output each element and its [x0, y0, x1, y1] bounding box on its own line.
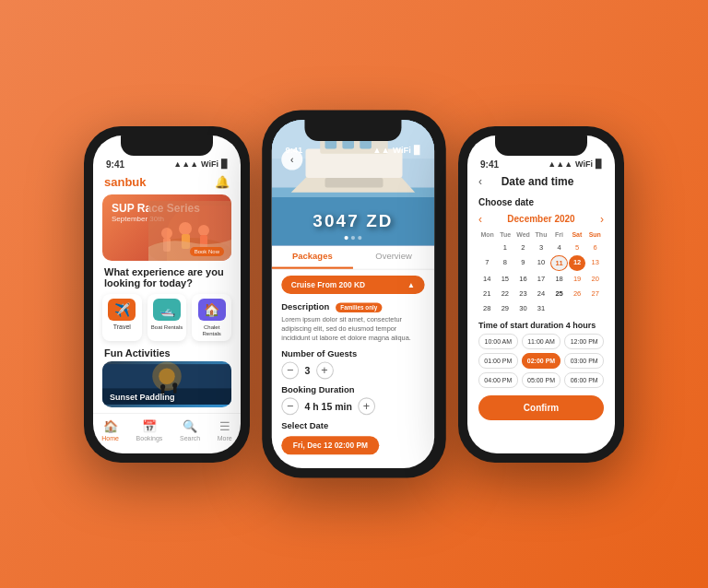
- duration-decrement[interactable]: −: [281, 397, 299, 415]
- category-travel[interactable]: ✈️ Travel: [102, 294, 142, 341]
- time-slot-0600pm[interactable]: 06:00 PM: [564, 372, 604, 388]
- cal-day-2[interactable]: 2: [514, 241, 532, 254]
- signal-icon: ▲▲▲: [173, 159, 198, 169]
- guests-increment[interactable]: +: [316, 362, 334, 380]
- datetime-content: Choose date ‹ December 2020 › Mon Tue We…: [467, 194, 615, 424]
- time-slot-1100am[interactable]: 11:00 AM: [522, 334, 561, 349]
- cal-day-31[interactable]: 31: [533, 301, 550, 315]
- cal-day-26[interactable]: 26: [569, 287, 586, 300]
- cal-day-23[interactable]: 23: [514, 287, 532, 300]
- cal-day-25[interactable]: 25: [550, 287, 568, 300]
- cal-day-22[interactable]: 22: [497, 287, 514, 300]
- cal-day-14[interactable]: 14: [478, 272, 496, 286]
- families-badge: Families only: [336, 302, 382, 312]
- description-label: Description Families only: [281, 301, 424, 312]
- category-boat[interactable]: 🛥️ Boat Rentals: [148, 294, 187, 341]
- guests-label: Number of Guests: [281, 349, 424, 359]
- package-chevron: ▲: [407, 280, 415, 288]
- nav-search[interactable]: 🔍 Search: [180, 419, 200, 441]
- cal-day-19[interactable]: 19: [569, 272, 586, 286]
- cal-day-28[interactable]: 28: [478, 301, 496, 315]
- time-slot-0300pm[interactable]: 03:00 PM: [564, 353, 604, 369]
- time-slot-0200pm[interactable]: 02:00 PM: [522, 353, 561, 369]
- cal-day-9[interactable]: 9: [514, 255, 532, 271]
- cal-day-30[interactable]: 30: [514, 301, 532, 315]
- home-icon: 🏠: [103, 419, 118, 433]
- time-slot-0500pm[interactable]: 05:00 PM: [522, 372, 561, 388]
- experience-section-title: What experience are you looking for toda…: [93, 261, 241, 291]
- cal-day-18[interactable]: 18: [550, 272, 568, 286]
- cal-day-15[interactable]: 15: [497, 272, 514, 286]
- cal-day-29[interactable]: 29: [497, 301, 514, 315]
- cal-empty-3: [569, 301, 586, 315]
- cal-day-3[interactable]: 3: [533, 241, 550, 254]
- category-chalet[interactable]: 🏠 Chalet Rentals: [192, 294, 231, 341]
- phone-2-status-icons: ▲▲ WiFi ▉: [372, 145, 420, 155]
- nav-search-label: Search: [180, 435, 200, 441]
- time-slot-1000am[interactable]: 10:00 AM: [478, 334, 518, 349]
- notification-icon[interactable]: 🔔: [215, 175, 230, 189]
- month-title: December 2020: [507, 214, 574, 224]
- phone-1-notch: [121, 135, 213, 156]
- svg-point-2: [161, 228, 172, 239]
- phone-1-status-icons: ▲▲▲ WiFi ▉: [173, 159, 228, 169]
- battery-icon: ▉: [221, 159, 228, 169]
- guests-decrement[interactable]: −: [281, 362, 299, 380]
- nav-bookings[interactable]: 📅 Bookings: [136, 419, 163, 441]
- nav-more[interactable]: ☰ More: [218, 419, 232, 441]
- cal-day-21[interactable]: 21: [478, 287, 496, 300]
- date-button[interactable]: Fri, Dec 12 02:00 PM: [281, 436, 379, 454]
- cal-day-4[interactable]: 4: [550, 241, 568, 254]
- category-boat-label: Boat Rentals: [151, 324, 183, 330]
- cal-day-20[interactable]: 20: [586, 272, 604, 286]
- package-bar[interactable]: Cruise From 200 KD ▲: [281, 276, 424, 294]
- banner-card[interactable]: SUP Race Series September 30th Book Now: [102, 194, 231, 261]
- nav-home[interactable]: 🏠 Home: [101, 419, 119, 441]
- tab-packages[interactable]: Packages: [272, 246, 353, 269]
- tab-overview[interactable]: Overview: [353, 246, 434, 269]
- battery-icon-p3: ▉: [596, 159, 602, 169]
- phone-3-notch: [495, 135, 587, 156]
- time-slot-1200pm[interactable]: 12:00 PM: [564, 334, 604, 349]
- cal-day-5[interactable]: 5: [569, 241, 586, 254]
- cal-day-13[interactable]: 13: [586, 255, 604, 271]
- description-text: Lorem ipsum dolor sit amet, consectetur …: [281, 315, 424, 344]
- guests-counter: − 3 +: [281, 362, 424, 380]
- cal-day-27[interactable]: 27: [586, 287, 604, 300]
- svg-point-6: [198, 225, 209, 236]
- time-section-label: Time of start duration 4 hours: [478, 321, 604, 330]
- prev-month-button[interactable]: ‹: [478, 213, 482, 226]
- cal-day-8[interactable]: 8: [497, 255, 514, 271]
- phone-2-notch: [304, 120, 401, 141]
- confirm-button[interactable]: Confirm: [478, 395, 604, 420]
- cal-day-11[interactable]: 11: [550, 255, 568, 271]
- phone-1-screen: 9:41 ▲▲▲ WiFi ▉ sanbuk 🔔 SUP Race Series…: [93, 135, 241, 453]
- category-chalet-label: Chalet Rentals: [203, 324, 221, 336]
- duration-increment[interactable]: +: [358, 397, 375, 415]
- book-now-btn[interactable]: Book Now: [190, 247, 224, 256]
- next-month-button[interactable]: ›: [600, 213, 604, 226]
- image-dots: [345, 236, 362, 240]
- cal-day-12[interactable]: 12: [569, 255, 586, 271]
- cal-day-17[interactable]: 17: [533, 272, 550, 286]
- phone-1: 9:41 ▲▲▲ WiFi ▉ sanbuk 🔔 SUP Race Series…: [84, 126, 250, 463]
- cal-day-24[interactable]: 24: [533, 287, 550, 300]
- cal-day-10[interactable]: 10: [533, 255, 550, 271]
- cal-day-6[interactable]: 6: [586, 241, 604, 254]
- calendar-header: Mon Tue Wed Thu Fri Sat Sun: [478, 231, 604, 238]
- cal-day-16[interactable]: 16: [514, 272, 532, 286]
- day-wed: Wed: [514, 231, 532, 238]
- time-slot-0400pm[interactable]: 04:00 PM: [478, 372, 518, 388]
- dot-3: [358, 236, 361, 240]
- phone-1-time: 9:41: [106, 159, 124, 170]
- package-label: Cruise From 200 KD: [291, 280, 365, 288]
- cal-day-1[interactable]: 1: [497, 241, 514, 254]
- cal-day-7[interactable]: 7: [478, 255, 496, 271]
- cal-empty-4: [586, 301, 604, 315]
- svg-rect-25: [325, 178, 384, 188]
- activity-card[interactable]: Sunset Paddling: [102, 361, 231, 407]
- phone-2-time: 9:41: [285, 145, 302, 155]
- phone-3-status-icons: ▲▲▲ WiFi ▉: [548, 159, 602, 169]
- time-slot-0100pm[interactable]: 01:00 PM: [478, 353, 518, 369]
- datetime-back-button[interactable]: ‹: [478, 175, 482, 188]
